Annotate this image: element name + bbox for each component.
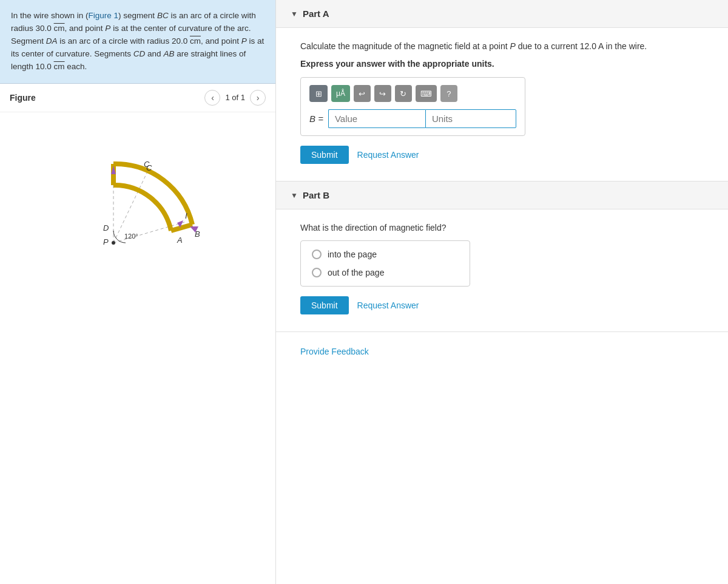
figure-nav: ‹ 1 of 1 › xyxy=(204,90,266,106)
part-b-content: What is the direction of magnetic field?… xyxy=(276,209,728,331)
part-b-section: ▼ Part B What is the direction of magnet… xyxy=(276,182,728,332)
part-a-toolbar: ⊞ μÅ ↩ ↪ ↻ xyxy=(309,85,516,102)
part-a-section: ▼ Part A Calculate the magnitude of the … xyxy=(276,0,728,182)
part-a-question: Calculate the magnitude of the magnetic … xyxy=(300,40,704,53)
help-button[interactable]: ? xyxy=(440,85,457,102)
figure-diagram: 120° C D P I D A B C xyxy=(53,124,223,282)
part-b-radio-box: into the page out of the page xyxy=(300,240,470,287)
figure-nav-label: 1 of 1 xyxy=(225,93,245,102)
svg-text:C: C xyxy=(144,160,150,169)
value-input[interactable] xyxy=(328,109,425,128)
svg-point-17 xyxy=(112,241,115,245)
layout-button[interactable]: ⊞ xyxy=(309,85,328,102)
part-a-header[interactable]: ▼ Part A xyxy=(276,0,728,28)
part-b-question: What is the direction of magnetic field? xyxy=(300,222,704,234)
part-b-request-answer-link[interactable]: Request Answer xyxy=(357,300,419,310)
redo-icon: ↪ xyxy=(379,89,386,98)
svg-text:B: B xyxy=(195,229,200,239)
keyboard-icon: ⌨ xyxy=(420,89,432,98)
radio-out-of-page-label: out of the page xyxy=(328,268,384,277)
part-a-submit-row: Submit Request Answer xyxy=(300,146,704,164)
right-panel: ▼ Part A Calculate the magnitude of the … xyxy=(276,0,728,584)
layout-icon: ⊞ xyxy=(315,89,322,98)
svg-text:120°: 120° xyxy=(124,233,138,240)
left-panel: In the wire shown in (Figure 1) segment … xyxy=(0,0,276,584)
part-a-answer-box: ⊞ μÅ ↩ ↪ ↻ xyxy=(300,77,525,136)
next-figure-button[interactable]: › xyxy=(250,90,266,106)
refresh-button[interactable]: ↻ xyxy=(395,85,412,102)
part-b-submit-row: Submit Request Answer xyxy=(300,296,704,314)
provide-feedback-link[interactable]: Provide Feedback xyxy=(300,347,369,356)
part-b-label: Part B xyxy=(303,190,329,200)
undo-button[interactable]: ↩ xyxy=(354,85,371,102)
svg-line-4 xyxy=(171,225,192,231)
part-a-arrow: ▼ xyxy=(291,10,298,18)
prev-figure-button[interactable]: ‹ xyxy=(204,90,220,106)
problem-statement: In the wire shown in (Figure 1) segment … xyxy=(0,0,275,84)
svg-text:D: D xyxy=(103,223,109,233)
feedback-section: Provide Feedback xyxy=(276,332,728,371)
help-icon: ? xyxy=(447,89,451,98)
part-b-submit-button[interactable]: Submit xyxy=(300,296,349,314)
part-a-submit-button[interactable]: Submit xyxy=(300,146,349,164)
part-a-label: Part A xyxy=(303,8,329,19)
part-a-instruction: Express your answer with the appropriate… xyxy=(300,59,704,69)
mu-icon: μÅ xyxy=(336,89,345,98)
figure-header: Figure ‹ 1 of 1 › xyxy=(0,84,275,112)
svg-text:P: P xyxy=(103,237,109,246)
figure-link[interactable]: Figure 1 xyxy=(89,11,119,20)
svg-text:I: I xyxy=(185,211,187,220)
value-units-row: B = xyxy=(309,109,516,128)
part-b-header[interactable]: ▼ Part B xyxy=(276,182,728,209)
radio-into-page-circle xyxy=(312,250,322,259)
b-label: B = xyxy=(309,114,323,124)
svg-text:A: A xyxy=(177,236,183,245)
mu-button[interactable]: μÅ xyxy=(331,85,350,102)
part-a-content: Calculate the magnitude of the magnetic … xyxy=(276,28,728,181)
keyboard-button[interactable]: ⌨ xyxy=(416,85,437,102)
figure-canvas: 120° C D P I D A B C xyxy=(0,112,275,294)
redo-button[interactable]: ↪ xyxy=(374,85,391,102)
units-input[interactable] xyxy=(425,109,516,128)
radio-into-page-label: into the page xyxy=(328,250,377,259)
radio-out-of-page-circle xyxy=(312,268,322,277)
radio-into-page[interactable]: into the page xyxy=(312,250,459,259)
part-a-request-answer-link[interactable]: Request Answer xyxy=(357,150,419,160)
radio-out-of-page[interactable]: out of the page xyxy=(312,268,459,277)
undo-icon: ↩ xyxy=(359,89,365,98)
figure-section: Figure ‹ 1 of 1 › xyxy=(0,84,275,584)
figure-title: Figure xyxy=(10,93,36,103)
part-b-arrow: ▼ xyxy=(291,191,298,200)
refresh-icon: ↻ xyxy=(400,89,406,98)
